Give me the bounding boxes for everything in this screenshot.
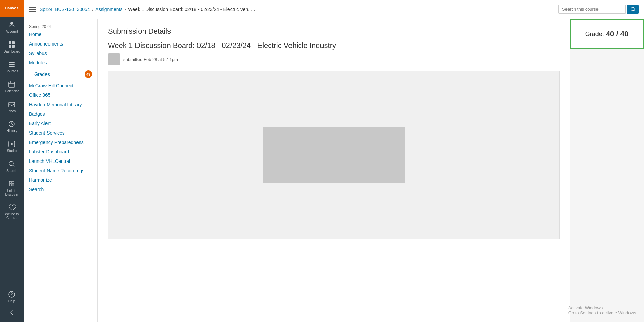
courses-label: Courses bbox=[5, 69, 18, 73]
svg-point-0 bbox=[10, 22, 13, 25]
svg-rect-2 bbox=[12, 41, 15, 44]
breadcrumb-sep-2: › bbox=[125, 7, 126, 12]
search-area bbox=[558, 5, 639, 14]
dashboard-label: Dashboard bbox=[4, 50, 20, 53]
account-icon bbox=[7, 20, 16, 29]
assignment-title: Week 1 Discussion Board: 02/18 - 02/23/2… bbox=[108, 41, 560, 50]
nav-badges[interactable]: Badges bbox=[24, 109, 97, 119]
nav-vhl[interactable]: Launch VHLCentral bbox=[24, 156, 97, 166]
svg-rect-3 bbox=[9, 45, 11, 48]
breadcrumb-course[interactable]: Spr24_BUS-130_30054 bbox=[40, 7, 90, 12]
nav-announcements[interactable]: Announcements bbox=[24, 39, 97, 49]
nav-item-history[interactable]: History bbox=[0, 116, 24, 136]
breadcrumb-arrow: › bbox=[254, 7, 256, 12]
nav-studentname[interactable]: Student Name Recordings bbox=[24, 166, 97, 175]
history-icon bbox=[7, 120, 16, 128]
breadcrumb-assignments[interactable]: Assignments bbox=[95, 7, 122, 12]
search-nav-icon bbox=[7, 159, 16, 168]
hamburger-button[interactable] bbox=[29, 7, 36, 12]
media-placeholder bbox=[263, 127, 405, 183]
studio-label: Studio bbox=[7, 149, 17, 153]
nav-item-account[interactable]: Account bbox=[0, 17, 24, 37]
nav-toggle-button[interactable] bbox=[0, 306, 24, 319]
nav-hayden[interactable]: Hayden Memorial Library bbox=[24, 100, 97, 109]
nav-office365[interactable]: Office 365 bbox=[24, 90, 97, 100]
search-button[interactable] bbox=[627, 5, 639, 14]
term-label: Spring 2024 bbox=[24, 22, 97, 30]
logo-text: Canvas bbox=[5, 6, 18, 10]
help-icon bbox=[7, 290, 16, 299]
wellness-label: Wellness Central bbox=[1, 212, 22, 220]
canvas-logo[interactable]: Canvas bbox=[0, 0, 24, 17]
avatar bbox=[108, 53, 120, 65]
svg-rect-4 bbox=[12, 45, 15, 48]
grade-label-text: Grade: bbox=[585, 31, 604, 38]
svg-rect-5 bbox=[9, 82, 15, 87]
nav-item-studio[interactable]: Studio bbox=[0, 136, 24, 156]
grade-overlay: Grade: 40 / 40 bbox=[570, 19, 644, 49]
search-input[interactable] bbox=[558, 5, 626, 14]
svg-rect-1 bbox=[9, 41, 11, 44]
global-nav: Canvas Account Dashboard Courses bbox=[0, 0, 24, 322]
svg-point-9 bbox=[11, 143, 13, 145]
nav-home[interactable]: Home bbox=[24, 30, 97, 39]
submission-area: Submission Details Week 1 Discussion Boa… bbox=[98, 19, 570, 322]
nav-item-search[interactable]: Search bbox=[0, 156, 24, 176]
page-body: Spring 2024 Home Announcements Syllabus … bbox=[24, 19, 644, 322]
grade-value: 40 / 40 bbox=[606, 30, 628, 38]
wellness-icon bbox=[7, 203, 16, 212]
dashboard-icon bbox=[7, 40, 16, 49]
nav-item-calendar[interactable]: Calendar bbox=[0, 77, 24, 96]
follett-icon bbox=[7, 179, 16, 188]
inbox-label: Inbox bbox=[8, 109, 16, 113]
history-label: History bbox=[6, 129, 17, 133]
studio-icon bbox=[7, 140, 16, 148]
grades-badge: 49 bbox=[85, 70, 92, 78]
breadcrumb: Spr24_BUS-130_30054 › Assignments › Week… bbox=[40, 7, 558, 12]
nav-item-courses[interactable]: Courses bbox=[0, 57, 24, 77]
nav-grades[interactable]: Grades bbox=[29, 69, 55, 79]
submitted-by-row: submitted Feb 28 at 5:11pm bbox=[108, 53, 560, 65]
submitted-text: submitted Feb 28 at 5:11pm bbox=[123, 57, 178, 62]
search-label: Search bbox=[6, 169, 17, 173]
calendar-label: Calendar bbox=[5, 89, 19, 93]
svg-point-11 bbox=[12, 184, 14, 186]
inbox-icon bbox=[7, 100, 16, 109]
top-bar: Spr24_BUS-130_30054 › Assignments › Week… bbox=[24, 0, 644, 19]
nav-modules[interactable]: Modules bbox=[24, 58, 97, 67]
nav-earlyalert[interactable]: Early Alert bbox=[24, 119, 97, 128]
nav-search[interactable]: Search bbox=[24, 185, 97, 194]
breadcrumb-current: Week 1 Discussion Board: 02/18 - 02/23/2… bbox=[128, 7, 252, 12]
svg-point-13 bbox=[11, 296, 12, 296]
calendar-icon bbox=[7, 80, 16, 89]
nav-item-follett[interactable]: Follett Discover bbox=[0, 176, 24, 200]
nav-item-wellness[interactable]: Wellness Central bbox=[0, 200, 24, 223]
courses-icon bbox=[7, 60, 16, 69]
nav-emergency[interactable]: Emergency Preparedness bbox=[24, 138, 97, 147]
nav-item-dashboard[interactable]: Dashboard bbox=[0, 37, 24, 57]
breadcrumb-sep-1: › bbox=[92, 7, 94, 12]
nav-syllabus[interactable]: Syllabus bbox=[24, 49, 97, 58]
submission-content-box bbox=[108, 71, 560, 239]
nav-item-inbox[interactable]: Inbox bbox=[0, 96, 24, 116]
help-label: Help bbox=[8, 299, 16, 303]
account-label: Account bbox=[6, 30, 18, 33]
right-panel bbox=[570, 19, 644, 322]
submission-page-title: Submission Details bbox=[108, 27, 560, 36]
nav-mcgrawhill[interactable]: McGraw-Hill Connect bbox=[24, 81, 97, 90]
nav-bottom: Help bbox=[0, 287, 24, 322]
nav-grades-item: Grades 49 bbox=[24, 67, 97, 81]
main-content: Spr24_BUS-130_30054 › Assignments › Week… bbox=[24, 0, 644, 322]
svg-rect-6 bbox=[9, 102, 15, 107]
nav-studentservices[interactable]: Student Services bbox=[24, 128, 97, 138]
nav-harmonize[interactable]: Harmonize bbox=[24, 175, 97, 185]
nav-item-help[interactable]: Help bbox=[0, 287, 24, 306]
nav-labster[interactable]: Labster Dashboard bbox=[24, 147, 97, 156]
course-nav: Spring 2024 Home Announcements Syllabus … bbox=[24, 19, 98, 322]
follett-label: Follett Discover bbox=[1, 189, 22, 196]
